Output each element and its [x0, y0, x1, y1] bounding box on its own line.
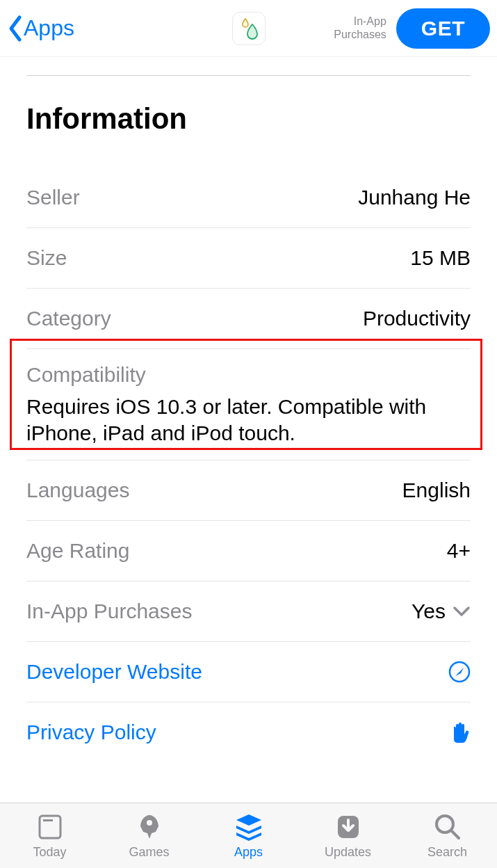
languages-label: Languages [26, 479, 129, 502]
compatibility-label: Compatibility [26, 363, 471, 387]
svg-point-3 [147, 820, 152, 826]
iap-value-wrap: Yes [412, 600, 471, 623]
chevron-down-icon [453, 606, 471, 617]
svg-line-6 [451, 830, 459, 838]
back-button[interactable]: Apps [7, 15, 74, 42]
svg-rect-2 [43, 819, 53, 821]
navigation-bar: Apps In-App Purchases GET [0, 0, 497, 57]
tab-updates[interactable]: Updates [298, 812, 398, 860]
info-row-age-rating: Age Rating 4+ [26, 521, 471, 581]
iap-label: In-App Purchases [26, 600, 192, 623]
app-logo-icon [237, 17, 261, 40]
iap-value: Yes [412, 600, 446, 623]
tab-updates-label: Updates [325, 845, 371, 860]
tab-search-label: Search [427, 845, 467, 860]
content-area: Information Seller Junhang He Size 15 MB… [0, 75, 497, 762]
seller-value: Junhang He [358, 186, 471, 209]
size-value: 15 MB [410, 246, 471, 270]
privacy-policy-link[interactable]: Privacy Policy [26, 702, 471, 762]
tab-apps-label: Apps [234, 845, 263, 860]
category-value: Productivity [363, 307, 471, 330]
section-title: Information [26, 102, 471, 136]
category-label: Category [26, 307, 111, 330]
today-icon [38, 814, 63, 840]
info-row-languages: Languages English [26, 460, 471, 521]
tab-today[interactable]: Today [0, 812, 99, 860]
developer-website-link[interactable]: Developer Website [26, 642, 471, 702]
svg-rect-1 [40, 816, 60, 838]
stack-icon [234, 813, 264, 841]
chevron-left-icon [7, 15, 24, 42]
info-row-seller: Seller Junhang He [26, 168, 471, 228]
nav-right: In-App Purchases GET [334, 8, 490, 49]
iap-note: In-App Purchases [334, 15, 386, 41]
developer-website-label: Developer Website [26, 660, 202, 684]
info-row-compatibility: Compatibility Requires iOS 10.3 or later… [26, 349, 471, 460]
languages-value: English [402, 479, 471, 502]
compatibility-text: Requires iOS 10.3 or later. Compatible w… [26, 394, 471, 446]
age-rating-label: Age Rating [26, 539, 129, 563]
age-rating-value: 4+ [447, 539, 471, 563]
tab-games-label: Games [129, 845, 169, 860]
seller-label: Seller [26, 186, 80, 209]
tab-bar: Today Games Apps Updates [0, 803, 497, 868]
get-button[interactable]: GET [396, 8, 490, 49]
app-icon[interactable] [232, 12, 266, 45]
compass-icon [448, 661, 471, 683]
info-row-category: Category Productivity [26, 289, 471, 349]
tab-apps[interactable]: Apps [199, 812, 298, 860]
info-row-iap[interactable]: In-App Purchases Yes [26, 581, 471, 642]
rocket-icon [135, 812, 164, 842]
updates-icon [335, 813, 361, 841]
tab-search[interactable]: Search [398, 812, 497, 860]
search-icon [434, 813, 462, 841]
tab-today-label: Today [33, 845, 66, 860]
tab-games[interactable]: Games [99, 812, 199, 860]
size-label: Size [26, 246, 67, 270]
hand-icon [450, 721, 471, 744]
privacy-policy-label: Privacy Policy [26, 721, 156, 744]
back-label: Apps [24, 15, 74, 41]
section-divider [26, 75, 471, 76]
info-row-size: Size 15 MB [26, 228, 471, 289]
